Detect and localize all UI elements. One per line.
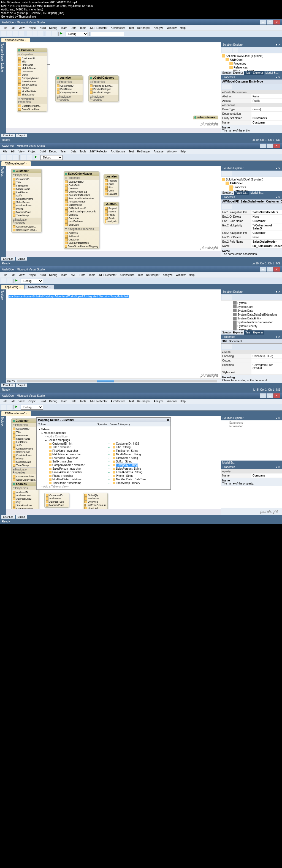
menu-window[interactable]: Window <box>166 399 178 403</box>
find-combo[interactable] <box>91 32 124 36</box>
menu-architecture[interactable]: Architecture <box>109 399 127 403</box>
entity-vgetcat[interactable]: vGetAllCategory ☰ Properties ParentProdu… <box>88 75 119 102</box>
menu-view[interactable]: View <box>17 149 26 154</box>
menu-debug[interactable]: Debug <box>48 26 58 30</box>
menu-resharper[interactable]: ReSharper <box>136 149 152 154</box>
menu-project[interactable]: Project <box>26 399 38 403</box>
doc-tab[interactable]: AWModel.edmx× <box>1 38 30 42</box>
menu-help[interactable]: Help <box>178 26 187 30</box>
menu-team[interactable]: Team <box>59 273 68 277</box>
menu-tools[interactable]: Tools <box>78 26 87 30</box>
menu-help[interactable]: Help <box>188 273 196 277</box>
meta-file: File: 0 Create a model from a database 2… <box>1 1 281 4</box>
menu-edit[interactable]: Edit <box>9 149 17 154</box>
entity-customer[interactable]: Customer ☰ Properties CustomerIDTitleFir… <box>17 48 47 112</box>
menu-data[interactable]: Data <box>69 399 78 403</box>
menu-resharper[interactable]: ReSharper <box>136 26 152 30</box>
menu-build[interactable]: Build <box>38 26 47 30</box>
vs-window-4: AWMOdel - Microsoft Visual Studio—▢✕ Fil… <box>0 392 282 524</box>
entity-customer-4[interactable]: Customer ☰ Properties CustomerIDTitleFir… <box>11 418 39 482</box>
menu-file[interactable]: File <box>1 149 8 154</box>
menu-file[interactable]: File <box>1 26 8 30</box>
error-list-tab[interactable]: Error List <box>1 134 15 137</box>
max-btn[interactable]: ▢ <box>266 20 273 25</box>
toolbar: ▶ Debug <box>0 31 282 37</box>
menu-xml[interactable]: XML <box>69 273 78 277</box>
new-btn[interactable] <box>1 31 6 36</box>
menu-debug[interactable]: Debug <box>48 399 58 403</box>
menu-build[interactable]: Build <box>38 149 47 154</box>
menu-edit[interactable]: Edit <box>9 399 17 403</box>
menu-window[interactable]: Window <box>166 26 178 30</box>
mapping-details[interactable]: Mapping Details - Customer✕ ColumnOperat… <box>36 417 171 490</box>
menu-edit[interactable]: Edit <box>9 26 17 30</box>
menu-file[interactable]: File <box>1 273 8 277</box>
close-btn[interactable]: ✕ <box>274 20 280 25</box>
menu-tools[interactable]: Tools <box>78 399 87 403</box>
toolbox-tab[interactable]: Toolbox Server Explorer <box>0 42 6 133</box>
menu-test[interactable]: Test <box>136 273 144 277</box>
menu-architecture[interactable]: Architecture <box>109 26 127 30</box>
entity-address[interactable]: Address ☰ Properties AddressIDAddressLin… <box>11 482 39 509</box>
menu-view[interactable]: View <box>17 399 26 403</box>
menu-team[interactable]: Team <box>59 399 68 403</box>
menu-data[interactable]: Data <box>78 273 87 277</box>
menu-debug[interactable]: Debug <box>48 273 58 277</box>
menu-window[interactable]: Window <box>174 273 187 277</box>
output-tab[interactable]: Output <box>16 134 27 137</box>
menu-test[interactable]: Test <box>127 149 135 154</box>
meta-size: Size: 41471947 bytes (39.55 MiB), durati… <box>1 4 281 8</box>
menu-netreflector[interactable]: .NET Reflector <box>88 399 109 403</box>
menu-help[interactable]: Help <box>178 149 187 154</box>
entity-custview[interactable]: custview ☰ Properties CustomerIDFirstNam… <box>55 75 83 102</box>
mapping-close-icon[interactable]: ✕ <box>167 418 169 422</box>
menu-analyze[interactable]: Analyze <box>161 273 174 277</box>
min-btn[interactable]: — <box>260 20 266 25</box>
design-surface-2[interactable]: Customer ☰ Properties CustomerIDTitleFir… <box>6 166 221 251</box>
menu-view[interactable]: View <box>17 273 26 277</box>
menu-build[interactable]: Build <box>38 273 47 277</box>
solution-tree[interactable]: Solution 'AWMOdel' (1 project) AWMOdel P… <box>221 53 282 71</box>
menu-test[interactable]: Test <box>127 26 135 30</box>
menu-analyze[interactable]: Analyze <box>152 399 165 403</box>
conn-string[interactable]: ata Source=honker64;Initial Catalog=Adve… <box>8 294 129 298</box>
menu-view[interactable]: View <box>17 26 26 30</box>
menu-data[interactable]: Data <box>69 26 78 30</box>
menu-debug[interactable]: Debug <box>48 149 58 154</box>
menu-tools[interactable]: Tools <box>78 149 87 154</box>
zoom-label: 100 % <box>7 379 15 382</box>
menu-team[interactable]: Team <box>59 26 68 30</box>
menu-analyze[interactable]: Analyze <box>152 149 165 154</box>
menu-project[interactable]: Project <box>26 149 38 154</box>
meta-audio: Audio: aac, 44100 Hz, mono (eng) <box>1 8 281 11</box>
menu-analyze[interactable]: Analyze <box>152 26 165 30</box>
menu-netreflector[interactable]: .NET Reflector <box>88 26 109 30</box>
entity-custview-trunc[interactable]: custview PropertiCustFirstComNavigat <box>104 174 119 196</box>
menu-help[interactable]: Help <box>178 399 187 403</box>
menu-team[interactable]: Team <box>59 149 68 154</box>
menu-edit[interactable]: Edit <box>9 273 17 277</box>
menu-project[interactable]: Project <box>26 273 38 277</box>
menu-netreflector[interactable]: .NET Reflector <box>88 149 109 154</box>
menu-resharper[interactable]: ReSharper <box>136 399 152 403</box>
config-combo[interactable]: Debug <box>66 32 88 36</box>
menu-window[interactable]: Window <box>166 149 178 154</box>
menu-project[interactable]: Project <box>26 26 38 30</box>
menu-netreflector[interactable]: .NET Reflector <box>97 273 118 277</box>
menu-tools[interactable]: Tools <box>87 273 96 277</box>
menu-file[interactable]: File <box>1 399 8 403</box>
menu-build[interactable]: Build <box>38 399 47 403</box>
entity-salesheader[interactable]: SalesOrderHeader ☰ Properties SalesOrder… <box>64 172 100 249</box>
entity-salesheader-trunc[interactable]: SalesOrderHea... <box>193 116 218 119</box>
menu-data[interactable]: Data <box>69 149 78 154</box>
entity-customer-2[interactable]: Customer ☰ Properties CustomerIDTitleFir… <box>11 169 41 232</box>
menu-architecture[interactable]: Architecture <box>109 149 127 154</box>
menu-resharper[interactable]: ReSharper <box>145 273 161 277</box>
solution-explorer-header: Solution Explorer▾ ✕ <box>221 42 282 47</box>
menu-test[interactable]: Test <box>127 399 135 403</box>
entity-vget-trunc[interactable]: vGetAllC PropertiParentProduProduNavigat… <box>104 202 119 224</box>
design-surface[interactable]: Customer ☰ Properties CustomerIDTitleFir… <box>6 42 221 128</box>
tab-close-icon[interactable]: × <box>25 39 26 41</box>
watermark: pluralsight <box>200 122 218 126</box>
menu-architecture[interactable]: Architecture <box>118 273 136 277</box>
